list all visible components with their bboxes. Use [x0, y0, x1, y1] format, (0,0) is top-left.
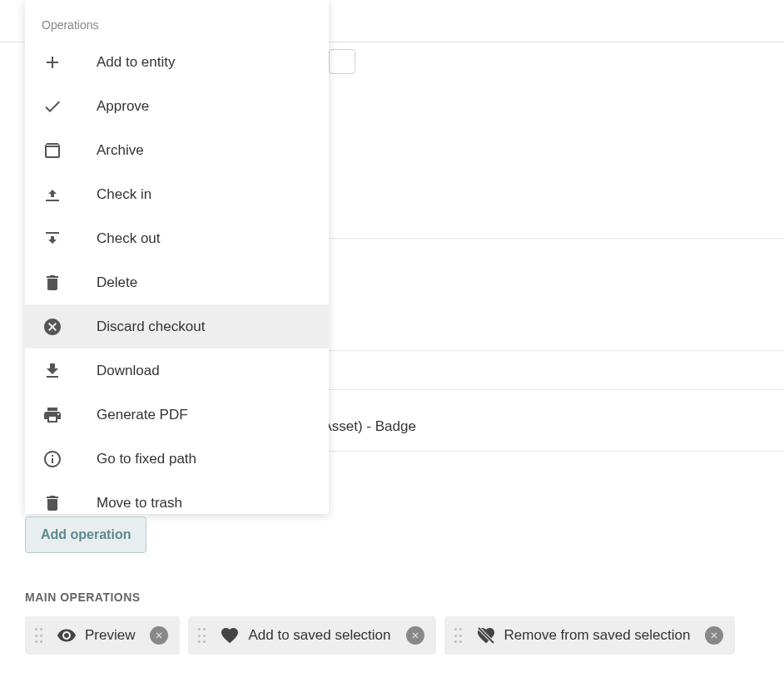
menu-item-go-to-fixed-path[interactable]: Go to fixed path — [25, 437, 329, 481]
remove-chip-button[interactable] — [406, 626, 424, 645]
menu-item-archive[interactable]: Archive — [25, 128, 329, 172]
check-icon — [42, 96, 63, 117]
menu-item-label: Delete — [97, 274, 137, 291]
print-icon — [42, 404, 63, 426]
archive-icon — [42, 140, 63, 161]
discard-icon — [42, 316, 63, 338]
drag-handle-icon[interactable] — [454, 628, 464, 643]
heart-off-icon — [476, 625, 496, 645]
menu-item-approve[interactable]: Approve — [25, 84, 329, 128]
operations-dropdown: Operations Add to entity Approve Archive… — [25, 0, 329, 514]
main-operations-heading: MAIN OPERATIONS — [25, 591, 141, 604]
operation-chip-preview[interactable]: Preview — [25, 616, 180, 655]
menu-item-label: Discard checkout — [97, 319, 205, 335]
drag-handle-icon[interactable] — [35, 628, 45, 643]
operation-chip-add-to-saved[interactable]: Add to saved selection — [188, 616, 435, 655]
menu-item-label: Add to entity — [97, 54, 176, 71]
chip-label: Preview — [85, 627, 135, 644]
menu-item-label: Go to fixed path — [97, 451, 196, 467]
checkin-icon — [42, 184, 63, 205]
download-icon — [42, 360, 63, 382]
operation-chip-remove-from-saved[interactable]: Remove from saved selection — [444, 616, 736, 655]
menu-item-download[interactable]: Download — [25, 348, 329, 393]
checkout-icon — [42, 228, 63, 250]
menu-item-label: Approve — [97, 98, 149, 115]
plus-icon — [42, 52, 63, 73]
chip-label: Remove from saved selection — [504, 627, 691, 644]
menu-item-generate-pdf[interactable]: Generate PDF — [25, 393, 329, 437]
remove-chip-button[interactable] — [150, 626, 168, 645]
trash-icon — [42, 492, 63, 514]
partial-chip — [329, 49, 355, 74]
heart-icon — [220, 625, 240, 645]
menu-item-label: Check in — [97, 186, 151, 203]
menu-item-label: Move to trash — [97, 495, 182, 512]
drag-handle-icon[interactable] — [198, 628, 208, 643]
menu-item-check-in[interactable]: Check in — [25, 172, 329, 216]
menu-item-label: Download — [97, 363, 160, 379]
menu-item-label: Check out — [97, 230, 161, 247]
menu-item-check-out[interactable]: Check out — [25, 216, 329, 260]
dropdown-header: Operations — [25, 8, 329, 40]
menu-item-move-to-trash[interactable]: Move to trash — [25, 481, 329, 514]
menu-item-delete[interactable]: Delete — [25, 260, 329, 304]
delete-icon — [42, 272, 63, 294]
menu-item-label: Generate PDF — [97, 407, 188, 423]
menu-item-discard-checkout[interactable]: Discard checkout — [25, 304, 329, 348]
menu-item-label: Archive — [97, 142, 144, 159]
main-operations-row: Preview Add to saved selection Remove fr… — [25, 616, 735, 655]
remove-chip-button[interactable] — [705, 626, 723, 645]
chip-label: Add to saved selection — [248, 627, 390, 644]
info-icon — [42, 448, 63, 470]
add-operation-button[interactable]: Add operation — [25, 516, 146, 553]
menu-item-add-to-entity[interactable]: Add to entity — [25, 40, 329, 84]
eye-icon — [57, 625, 77, 645]
